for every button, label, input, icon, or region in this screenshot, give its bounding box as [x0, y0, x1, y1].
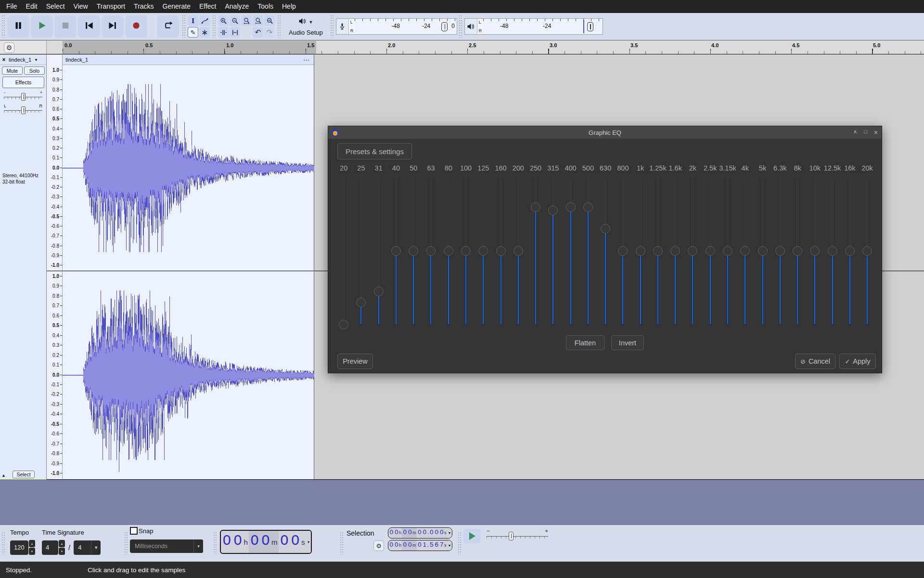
toolbar-grip[interactable] [459, 15, 463, 38]
eq-slider-thumb[interactable] [583, 202, 593, 212]
recording-meter[interactable]: LR -48 -24 0 [336, 18, 457, 35]
flatten-button[interactable]: Flatten [566, 335, 604, 350]
trim-audio-button[interactable] [218, 27, 229, 38]
eq-slider-thumb[interactable] [531, 202, 540, 212]
eq-slider-thumb[interactable] [636, 246, 645, 256]
eq-band-slider[interactable] [405, 178, 422, 325]
menu-effect[interactable]: Effect [195, 0, 221, 13]
eq-slider-thumb[interactable] [862, 246, 872, 256]
eq-slider-thumb[interactable] [461, 246, 471, 256]
undo-button[interactable]: ↶ [253, 27, 263, 38]
time-signature-upper-input[interactable]: 4 [42, 540, 58, 555]
eq-band-slider[interactable] [702, 178, 719, 325]
tempo-spinner[interactable]: ▲▼ [29, 540, 35, 555]
playback-meter[interactable]: LR -48 -24 [464, 18, 603, 35]
play-button[interactable] [31, 15, 53, 38]
menu-tracks[interactable]: Tracks [129, 0, 158, 13]
pan-slider-thumb[interactable] [21, 106, 26, 114]
eq-slider-thumb[interactable] [670, 246, 680, 256]
audio-clip[interactable]: tindeck_1 ⋯ [63, 55, 314, 479]
snap-checkbox[interactable] [130, 527, 138, 535]
eq-band-slider[interactable] [440, 178, 457, 325]
eq-slider-thumb[interactable] [478, 246, 488, 256]
eq-slider-thumb[interactable] [444, 246, 453, 256]
skip-to-start-button[interactable] [78, 15, 100, 38]
eq-band-slider[interactable] [492, 178, 509, 325]
preview-button[interactable]: Preview [337, 354, 373, 369]
toolbar-grip[interactable] [1, 15, 6, 38]
eq-band-slider[interactable] [579, 178, 597, 325]
eq-slider-thumb[interactable] [723, 246, 732, 256]
eq-band-slider[interactable] [771, 178, 789, 325]
eq-slider-thumb[interactable] [339, 320, 348, 329]
eq-slider-thumb[interactable] [513, 246, 523, 256]
solo-button[interactable]: Solo [24, 66, 45, 75]
eq-band-slider[interactable] [719, 178, 736, 325]
zoom-toggle-button[interactable] [264, 15, 275, 26]
stop-button[interactable] [54, 15, 77, 38]
eq-band-slider[interactable] [823, 178, 841, 325]
toolbar-grip[interactable] [277, 15, 282, 38]
cancel-button[interactable]: ⊘ Cancel [795, 354, 835, 369]
vertical-scale-right[interactable]: 1.00.90.80.70.60.50.40.30.20.10.0-0.1-0.… [47, 272, 62, 478]
maximize-icon[interactable]: □ [864, 129, 867, 136]
close-icon[interactable]: × [0, 56, 8, 63]
toolbar-grip[interactable] [212, 15, 217, 38]
meter-gain-handle[interactable] [441, 22, 448, 31]
timeline-ruler[interactable]: ⚙ 0.00.51.01.52.02.53.03.54.04.55.0 [0, 41, 924, 54]
clip-header[interactable]: tindeck_1 ⋯ [63, 55, 314, 65]
eq-band-slider[interactable] [841, 178, 859, 325]
redo-button[interactable]: ↷ [264, 27, 275, 38]
eq-slider-thumb[interactable] [828, 246, 837, 256]
meter-gain-handle[interactable] [587, 22, 593, 31]
eq-slider-thumb[interactable] [740, 246, 750, 256]
eq-slider-thumb[interactable] [758, 246, 768, 256]
time-signature-upper-spinner[interactable]: ▲▼ [59, 540, 65, 555]
apply-button[interactable]: ✓ Apply [839, 354, 876, 369]
selection-start-display[interactable]: 00h00m00.000s▾ [388, 527, 452, 539]
collapse-track-button[interactable]: ▲ [1, 473, 6, 478]
eq-band-slider[interactable] [335, 178, 352, 325]
eq-slider-thumb[interactable] [688, 246, 697, 256]
clip-menu-icon[interactable]: ⋯ [303, 56, 310, 64]
zoom-in-button[interactable] [218, 15, 229, 26]
vertical-scale-left[interactable]: 1.00.90.80.70.60.50.40.30.20.10.0-0.1-0.… [47, 66, 62, 270]
eq-slider-thumb[interactable] [374, 287, 384, 296]
pause-button[interactable] [7, 15, 29, 38]
audio-position-display[interactable]: 00h00m00s▾ [220, 530, 312, 554]
eq-band-slider[interactable] [562, 178, 579, 325]
eq-band-slider[interactable] [806, 178, 823, 325]
eq-slider-thumb[interactable] [356, 298, 366, 307]
eq-band-slider[interactable] [475, 178, 492, 325]
zoom-fit-selection-button[interactable] [253, 15, 263, 26]
eq-band-slider[interactable] [510, 178, 527, 325]
skip-to-end-button[interactable] [102, 15, 124, 38]
toolbar-grip[interactable] [340, 532, 344, 554]
toolbar-grip[interactable] [458, 532, 462, 554]
waveform-right-channel[interactable] [63, 272, 314, 479]
eq-band-slider[interactable] [597, 178, 614, 325]
dialog-titlebar[interactable]: Graphic EQ ∧ □ × [328, 126, 882, 139]
eq-slider-thumb[interactable] [810, 246, 820, 256]
eq-band-slider[interactable] [789, 178, 806, 325]
eq-band-slider[interactable] [736, 178, 754, 325]
eq-slider-thumb[interactable] [566, 202, 576, 212]
toolbar-grip[interactable] [213, 532, 218, 554]
selection-end-display[interactable]: 00h00m01.567s▾ [388, 540, 452, 551]
eq-slider-thumb[interactable] [793, 246, 802, 256]
eq-band-slider[interactable] [614, 178, 631, 325]
invert-button[interactable]: Invert [611, 335, 644, 350]
close-icon[interactable]: × [874, 129, 878, 136]
pan-slider[interactable]: L R [4, 105, 42, 115]
eq-band-slider[interactable] [527, 178, 544, 325]
eq-slider-thumb[interactable] [653, 246, 663, 256]
selection-tool-button[interactable]: I [188, 15, 198, 26]
record-button[interactable] [125, 15, 147, 38]
eq-band-slider[interactable] [352, 178, 370, 325]
eq-slider-thumb[interactable] [845, 246, 855, 256]
menu-transport[interactable]: Transport [92, 0, 129, 13]
chevron-down-icon[interactable]: ▾ [447, 528, 452, 538]
menu-edit[interactable]: Edit [22, 0, 42, 13]
timeline-scale[interactable]: 0.00.51.01.52.02.53.03.54.04.55.0 [47, 41, 924, 54]
eq-band-slider[interactable] [667, 178, 684, 325]
